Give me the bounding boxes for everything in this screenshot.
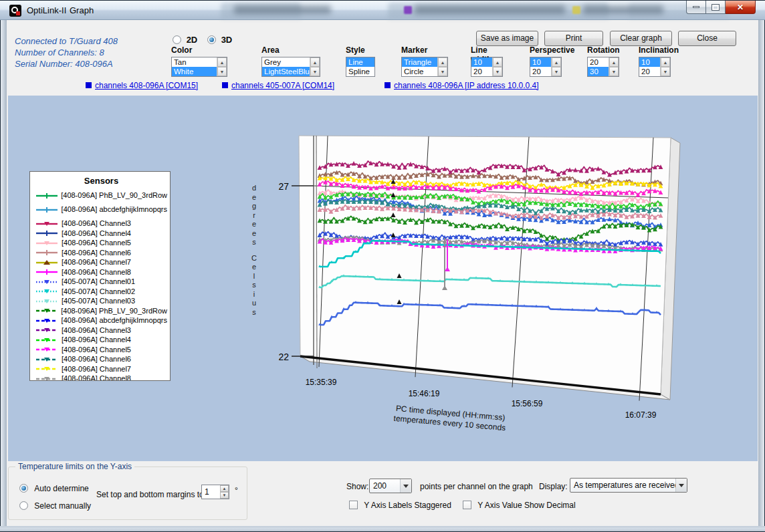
listbox-scrollbar[interactable]: ▲▼ [310,57,320,76]
radio-auto-circle[interactable] [19,484,28,493]
radio-auto-determine[interactable]: Auto determine [19,483,89,493]
radio-3d[interactable]: 3D [207,34,232,45]
legend-item-label: [408-096A] PhB_LV_90_3rdRow [61,191,167,199]
legend-item-label: [408-096A] Channel8 [62,268,131,276]
radio-2d-circle[interactable] [173,35,181,44]
background-tab-text [415,5,565,14]
chevron-down-icon [403,485,409,488]
picker-listbox[interactable]: TriangleCircle▲▼ [401,57,448,77]
listbox-option[interactable]: 20 [588,57,609,67]
picker-inclination: Inclination1020▲▼ [639,45,671,77]
checkbox-y-axis-staggered[interactable]: Y Axis Labels Staggered [349,500,451,510]
radio-3d-circle[interactable] [207,35,216,44]
scroll-down-icon[interactable]: ▼ [661,67,670,76]
legend-item-label: [408-096A] Channel7 [62,365,131,373]
link-channels-com15[interactable]: channels 408-096A [COM15] [86,81,198,90]
picker-listbox[interactable]: TanWhite▲▼ [171,57,227,77]
listbox-option[interactable]: Spline [346,67,374,76]
picker-listbox[interactable]: 1020▲▼ [530,57,562,77]
listbox-option[interactable]: 10 [639,57,660,67]
picker-listbox[interactable]: 1020▲▼ [639,57,671,77]
checkbox-box[interactable] [463,501,471,509]
maximize-button[interactable] [706,1,726,14]
scroll-down-icon[interactable]: ▼ [310,67,320,76]
scroll-down-icon[interactable]: ▼ [438,67,447,76]
legend-line-sample [35,356,58,363]
scroll-down-icon[interactable]: ▼ [493,67,502,76]
spinner-up-icon[interactable]: ▲ [220,485,229,492]
listbox-option[interactable]: 20 [639,67,660,76]
window-frame-left [0,0,7,532]
radio-select-manually[interactable]: Select manually [19,501,91,511]
minimize-button[interactable] [686,1,706,14]
scroll-down-icon[interactable]: ▼ [552,67,561,76]
spinner-down-icon[interactable]: ▼ [220,492,229,499]
combobox-dropdown-button[interactable] [675,479,687,492]
picker-listbox[interactable]: GreyLightSteelBlue▲▼ [261,57,320,77]
listbox-option[interactable]: 10 [471,57,492,67]
scroll-up-icon[interactable]: ▲ [493,57,502,67]
channel-links: channels 408-096A [COM15] channels 405-0… [7,81,758,93]
listbox-option[interactable]: 20 [530,67,551,76]
menu-graph[interactable]: Graph [70,5,94,15]
picker-label: Inclination [639,45,671,57]
picker-label: Rotation [587,45,619,57]
margin-value[interactable]: 1 [202,485,220,499]
save-as-image-button[interactable]: Save as image [476,31,538,46]
channel-square-icon [385,82,391,88]
listbox-option[interactable]: Triangle [402,57,437,67]
scroll-up-icon[interactable]: ▲ [438,57,447,67]
legend-item-label: [408-096A] Channel7 [62,258,131,266]
scroll-up-icon[interactable]: ▲ [609,57,619,67]
legend-item-label: [408-096A] PhB_LV_90_3rdRow [61,307,167,315]
points-per-channel-combobox[interactable]: 200 [369,479,412,493]
listbox-option[interactable]: LightSteelBlue [262,67,310,76]
legend-line-sample [35,365,58,372]
picker-listbox[interactable]: 2030▲▼ [587,57,619,77]
legend-item: [408-096A] Channel4 [35,229,167,237]
margin-spinner[interactable]: 1 ▲ ▼ [201,485,229,499]
radio-2d[interactable]: 2D [173,34,197,45]
checkbox-y-axis-decimal[interactable]: Y Axis Value Show Decimal [463,500,576,510]
listbox-scrollbar[interactable]: ▲▼ [217,57,227,76]
radio-manual-circle[interactable] [19,501,28,510]
listbox-scrollbar[interactable]: ▲▼ [660,57,670,76]
legend-item-label: [408-096A] Channel4 [62,229,131,237]
listbox-option[interactable]: White [172,67,217,76]
listbox-option[interactable]: 10 [530,57,551,67]
listbox-option[interactable]: Circle [402,67,437,76]
combobox-dropdown-button[interactable] [400,479,411,493]
legend-line-sample [35,229,58,237]
scroll-down-icon[interactable]: ▼ [217,67,227,76]
listbox-scrollbar[interactable]: ▲▼ [609,57,619,76]
picker-listbox[interactable]: 1020▲▼ [471,57,503,77]
listbox-option[interactable]: 30 [588,67,609,76]
listbox-option[interactable]: Tan [172,57,217,67]
picker-listbox[interactable]: LineSpline [346,57,375,77]
legend-line-sample [35,268,58,275]
scroll-down-icon[interactable]: ▼ [609,67,619,76]
listbox-scrollbar[interactable]: ▲▼ [551,57,561,76]
background-tab-favicon [572,6,580,14]
listbox-scrollbar[interactable]: ▲▼ [492,57,502,76]
listbox-option[interactable]: Grey [262,57,310,67]
print-button[interactable]: Print [544,31,603,46]
link-channels-ip[interactable]: channels 408-096A [IP address 10.0.0.4] [385,81,539,90]
close-window-button[interactable]: ✕ [726,1,756,14]
listbox-option[interactable]: Line [346,57,374,67]
legend-title: Sensors [35,176,167,186]
clear-graph-button[interactable]: Clear graph [610,31,672,46]
link-channels-com14[interactable]: channels 405-007A [COM14] [222,81,334,90]
checkbox-box[interactable] [349,501,358,509]
scroll-up-icon[interactable]: ▲ [661,57,670,67]
close-icon: ✕ [737,3,744,12]
scroll-up-icon[interactable]: ▲ [552,57,561,67]
listbox-scrollbar[interactable]: ▲▼ [437,57,447,76]
listbox-option[interactable]: 20 [471,67,492,76]
display-mode-combobox[interactable]: As temperatures are received [570,478,687,493]
scroll-up-icon[interactable]: ▲ [217,57,227,67]
temperature-limits-groupbox: Temperature limits on the Y-axis Auto de… [8,467,247,520]
scroll-up-icon[interactable]: ▲ [310,57,320,67]
legend-item: [408-096A] Channel6 [35,355,167,363]
close-button[interactable]: Close [678,31,736,46]
